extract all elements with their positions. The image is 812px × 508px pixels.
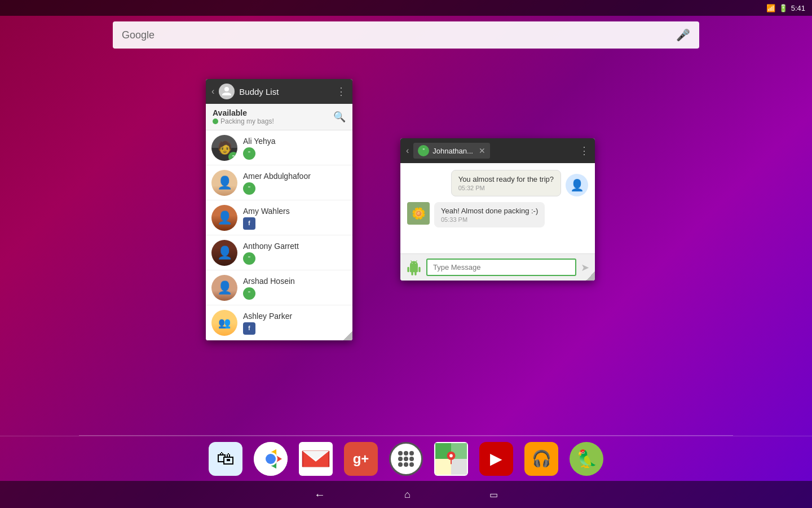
avatar: 👥 bbox=[211, 310, 237, 336]
microphone-icon[interactable]: 🎤 bbox=[676, 28, 690, 42]
svg-point-21 bbox=[449, 454, 453, 457]
chrome-icon[interactable] bbox=[254, 442, 288, 476]
message-bubble-outgoing: You almost ready for the trip? 05:32 PM bbox=[451, 170, 561, 196]
status-icons: 📶 🔋 5:41 bbox=[766, 4, 805, 12]
chat-tab[interactable]: " Johnathan... ✕ bbox=[413, 143, 490, 159]
gmail-icon[interactable] bbox=[299, 442, 333, 476]
avatar: 👤 bbox=[211, 275, 237, 301]
online-dot bbox=[213, 119, 218, 124]
availability-label: Available bbox=[213, 108, 274, 117]
message-outgoing: You almost ready for the trip? 05:32 PM … bbox=[407, 170, 588, 196]
svg-point-12 bbox=[398, 462, 403, 467]
message-incoming: 🌼 Yeah! Almost done packing :-) 05:33 PM bbox=[407, 202, 588, 227]
app-launcher-icon[interactable] bbox=[389, 442, 423, 476]
buddy-list-title: Buddy List bbox=[239, 87, 332, 97]
search-bar[interactable]: Google 🎤 bbox=[113, 21, 699, 49]
contact-info: Ali Yehya " bbox=[243, 136, 347, 160]
chat-overflow-menu-icon[interactable]: ⋮ bbox=[579, 144, 589, 157]
svg-point-14 bbox=[409, 462, 414, 467]
home-button[interactable]: ⌂ bbox=[404, 489, 411, 501]
status-bar: 📶 🔋 5:41 bbox=[0, 0, 812, 16]
status-message-row: Packing my bags! bbox=[213, 117, 274, 125]
list-item[interactable]: 👤 Anthony Garrett " bbox=[206, 235, 352, 270]
svg-point-9 bbox=[398, 457, 403, 461]
resize-handle[interactable] bbox=[343, 331, 352, 340]
search-google-logo: Google bbox=[122, 29, 676, 41]
status-message: Packing my bags! bbox=[220, 117, 274, 125]
message-bubble-incoming: Yeah! Almost done packing :-) 05:33 PM bbox=[434, 202, 545, 227]
svg-point-7 bbox=[404, 451, 408, 456]
svg-point-8 bbox=[409, 451, 414, 456]
avatar: 👤 bbox=[211, 205, 237, 231]
hangouts-icon: " bbox=[418, 145, 429, 156]
contact-name: Amer Abdulghafoor bbox=[243, 172, 311, 181]
resize-handle[interactable] bbox=[586, 271, 595, 281]
chat-input-area: ➤ bbox=[400, 253, 595, 281]
message-input[interactable] bbox=[426, 259, 576, 276]
status-info: Available Packing my bags! bbox=[213, 108, 274, 125]
chat-collapse-icon[interactable]: ‹ bbox=[406, 146, 409, 156]
contact-info: Amer Abdulghafoor " bbox=[243, 171, 347, 195]
youtube-icon[interactable]: ▶ bbox=[479, 442, 513, 476]
contact-name: Anthony Garrett bbox=[243, 242, 299, 251]
back-button[interactable]: ← bbox=[314, 488, 325, 501]
contact-info: Ashley Parker f bbox=[243, 311, 347, 335]
svg-rect-19 bbox=[451, 459, 467, 475]
contact-name: Arshad Hosein bbox=[243, 277, 295, 286]
message-text: You almost ready for the trip? bbox=[458, 175, 554, 183]
svg-point-3 bbox=[266, 454, 276, 464]
google-plus-icon[interactable]: g+ bbox=[344, 442, 378, 476]
list-item[interactable]: 👤 Amer Abdulghafoor " bbox=[206, 165, 352, 200]
avatar: 👤 bbox=[211, 240, 237, 266]
parrot-app-icon[interactable]: 🦜 bbox=[570, 442, 603, 476]
list-item[interactable]: 🧑 " Ali Yehya " bbox=[206, 130, 352, 165]
avatar: 🧑 " bbox=[211, 135, 237, 161]
contact-info: Amy Wahlers f bbox=[243, 206, 347, 230]
contact-name: Ali Yehya bbox=[243, 137, 276, 146]
svg-point-11 bbox=[409, 457, 414, 461]
android-icon bbox=[406, 260, 422, 275]
status-section: Available Packing my bags! 🔍 bbox=[206, 104, 352, 130]
list-item[interactable]: 👤 Amy Wahlers f bbox=[206, 200, 352, 235]
recent-apps-button[interactable]: ▭ bbox=[489, 489, 498, 500]
chat-messages: You almost ready for the trip? 05:32 PM … bbox=[400, 163, 595, 253]
chat-titlebar: ‹ " Johnathan... ✕ ⋮ bbox=[400, 138, 595, 163]
buddy-list-titlebar: ‹ Buddy List ⋮ bbox=[206, 79, 352, 104]
svg-point-6 bbox=[398, 451, 403, 456]
app-store-icon[interactable]: 🛍 bbox=[209, 442, 242, 476]
user-avatar bbox=[219, 84, 235, 99]
contact-search-icon[interactable]: 🔍 bbox=[333, 111, 346, 123]
headphones-icon[interactable]: 🎧 bbox=[524, 442, 558, 476]
svg-point-13 bbox=[404, 462, 408, 467]
chat-contact-name: Johnathan... bbox=[433, 147, 473, 155]
receiver-avatar: 🌼 bbox=[407, 202, 430, 225]
contact-list: 🧑 " Ali Yehya " 👤 Amer Abdulghafoor " 👤 bbox=[206, 130, 352, 340]
svg-point-0 bbox=[224, 87, 229, 91]
contact-info: Anthony Garrett " bbox=[243, 241, 347, 265]
taskbar: 🛍 g+ bbox=[0, 436, 812, 481]
collapse-icon[interactable]: ‹ bbox=[211, 86, 214, 97]
navigation-bar: ← ⌂ ▭ bbox=[0, 481, 812, 508]
contact-name: Amy Wahlers bbox=[243, 207, 290, 216]
maps-icon[interactable] bbox=[434, 442, 468, 476]
contact-info: Arshad Hosein " bbox=[243, 276, 347, 300]
buddy-list-window: ‹ Buddy List ⋮ Available Packing my bags… bbox=[206, 79, 352, 340]
message-time: 05:33 PM bbox=[441, 216, 538, 223]
svg-rect-18 bbox=[435, 459, 451, 475]
overflow-menu-icon[interactable]: ⋮ bbox=[336, 85, 347, 98]
list-item[interactable]: 👤 Arshad Hosein " bbox=[206, 270, 352, 305]
contact-name: Ashley Parker bbox=[243, 312, 292, 321]
status-time: 5:41 bbox=[791, 4, 805, 12]
message-text: Yeah! Almost done packing :-) bbox=[441, 207, 538, 215]
avatar: 👤 bbox=[211, 170, 237, 196]
message-time: 05:32 PM bbox=[458, 185, 554, 191]
wifi-icon: 📶 bbox=[766, 4, 775, 12]
list-item[interactable]: 👥 Ashley Parker f bbox=[206, 305, 352, 340]
close-chat-icon[interactable]: ✕ bbox=[479, 146, 486, 155]
battery-icon: 🔋 bbox=[779, 4, 788, 12]
chat-window: ‹ " Johnathan... ✕ ⋮ You almost ready fo… bbox=[400, 138, 595, 281]
sender-avatar: 👤 bbox=[566, 174, 588, 196]
svg-point-10 bbox=[404, 457, 408, 461]
